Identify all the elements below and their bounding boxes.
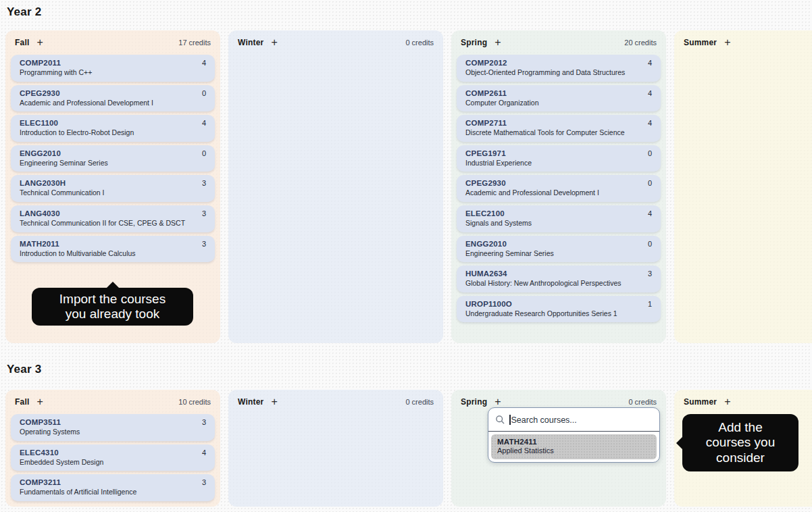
course-code: CPEG1971	[465, 149, 506, 157]
credits-label: 0 credits	[628, 398, 657, 406]
course-card[interactable]: COMP2611 4 Computer Organization	[457, 85, 661, 112]
course-name: Technical Communication II for CSE, CPEG…	[20, 219, 206, 228]
course-code: CPEG2930	[465, 179, 506, 187]
course-search-dropdown: MATH2411 Applied Statistics	[488, 407, 660, 463]
course-card[interactable]: ENGG2010 0 Engineering Seminar Series	[457, 236, 661, 263]
course-planner-board: Year 2 Fall + 17 credits COMP2011 4 Prog…	[0, 0, 812, 512]
course-search-row	[488, 408, 659, 432]
semester-header: Summer +	[679, 396, 812, 408]
course-credits: 4	[648, 119, 652, 127]
course-code: HUMA2634	[465, 270, 507, 278]
course-credits: 0	[202, 149, 206, 157]
course-credits: 3	[202, 478, 206, 486]
course-credits: 3	[202, 240, 206, 248]
course-code: COMP2611	[465, 89, 507, 97]
course-code: COMP3511	[20, 418, 61, 426]
credits-label: 17 credits	[178, 39, 211, 47]
credits-label: 20 credits	[624, 39, 657, 47]
course-credits: 3	[202, 209, 206, 217]
course-credits: 4	[648, 89, 652, 97]
course-card[interactable]: HUMA2634 3 Global History: New Anthropol…	[457, 265, 661, 292]
course-code: UROP1100O	[465, 300, 512, 308]
result-course-name: Applied Statistics	[497, 446, 651, 455]
course-card[interactable]: ELEC2100 4 Signals and Systems	[457, 205, 661, 232]
course-card[interactable]: LANG4030 3 Technical Communication II fo…	[11, 205, 215, 232]
search-results-list: MATH2411 Applied Statistics	[488, 434, 659, 459]
import-courses-tooltip: Import the courses you already took	[32, 288, 193, 326]
course-code: LANG4030	[20, 209, 60, 217]
course-name: Introduction to Multivariable Calculus	[20, 249, 206, 258]
course-code: MATH2011	[20, 240, 59, 248]
semester-column-spring: Spring + 20 credits COMP2012 4 Object-Or…	[451, 30, 666, 343]
course-name: Global History: New Anthropological Pers…	[465, 279, 652, 288]
course-name: Object-Oriented Programming and Data Str…	[465, 68, 652, 77]
add-course-button[interactable]: +	[724, 397, 730, 407]
course-card[interactable]: ELEC1100 4 Introduction to Electro-Robot…	[11, 115, 215, 142]
semester-header: Spring + 20 credits	[456, 36, 661, 49]
add-course-button[interactable]: +	[494, 397, 501, 407]
course-name: Undergraduate Research Opportunities Ser…	[465, 309, 652, 318]
course-card[interactable]: COMP3511 3 Operating Systems	[11, 414, 215, 441]
course-credits: 3	[202, 418, 206, 426]
semester-header: Winter + 0 credits	[233, 396, 438, 408]
course-card[interactable]: UROP1100O 1 Undergraduate Research Oppor…	[457, 296, 661, 323]
semester-header: Winter + 0 credits	[233, 36, 438, 49]
course-card[interactable]: ENGG2010 0 Engineering Seminar Series	[11, 145, 215, 172]
course-credits: 0	[202, 89, 206, 97]
semester-column-winter: Winter + 0 credits	[228, 30, 443, 343]
course-name: Computer Organization	[465, 99, 652, 107]
course-card[interactable]: LANG2030H 3 Technical Communication I	[11, 175, 215, 202]
add-course-button[interactable]: +	[494, 38, 501, 47]
semester-label: Spring	[461, 38, 487, 47]
course-credits: 4	[648, 59, 652, 67]
search-result-item[interactable]: MATH2411 Applied Statistics	[491, 434, 657, 459]
course-code: COMP3211	[20, 478, 61, 486]
course-name: Academic and Professional Development I	[465, 188, 652, 197]
course-credits: 0	[648, 149, 652, 157]
add-course-button[interactable]: +	[271, 397, 277, 407]
semester-header: Summer +	[679, 36, 812, 49]
course-name: Engineering Seminar Series	[20, 159, 206, 168]
add-course-button[interactable]: +	[724, 38, 730, 47]
text-cursor	[509, 415, 511, 425]
credits-label: 0 credits	[405, 39, 434, 47]
course-card[interactable]: COMP2011 4 Programming with C++	[11, 55, 215, 82]
course-code: ENGG2010	[465, 240, 507, 248]
course-name: Academic and Professional Development I	[20, 99, 206, 107]
course-code: COMP2012	[465, 59, 507, 67]
course-card[interactable]: CPEG1971 0 Industrial Experience	[457, 145, 661, 172]
course-credits: 4	[202, 59, 206, 67]
course-code: LANG2030H	[20, 179, 66, 187]
add-course-button[interactable]: +	[36, 38, 43, 47]
course-card[interactable]: CPEG2930 0 Academic and Professional Dev…	[11, 85, 215, 112]
course-card[interactable]: MATH2011 3 Introduction to Multivariable…	[11, 236, 215, 263]
course-name: Technical Communication I	[20, 188, 206, 197]
course-code: ELEC1100	[20, 119, 58, 127]
course-card[interactable]: COMP2711 4 Discrete Mathematical Tools f…	[457, 115, 661, 142]
add-course-button[interactable]: +	[36, 397, 43, 407]
course-list: COMP2011 4 Programming with C++ CPEG2930…	[10, 55, 215, 262]
course-name: Programming with C++	[20, 68, 206, 77]
course-credits: 4	[202, 119, 206, 127]
course-list: COMP3511 3 Operating Systems ELEC4310 4 …	[10, 414, 215, 501]
search-courses-input[interactable]	[511, 415, 653, 425]
import-courses-tooltip-text: Import the courses you already took	[48, 292, 177, 322]
credits-label: 10 credits	[178, 398, 211, 406]
course-card[interactable]: CPEG2930 0 Academic and Professional Dev…	[457, 175, 661, 202]
course-code: COMP2711	[465, 119, 507, 127]
course-credits: 4	[648, 209, 652, 217]
semester-label: Summer	[684, 38, 717, 47]
course-name: Operating Systems	[20, 428, 206, 436]
course-card[interactable]: COMP2012 4 Object-Oriented Programming a…	[457, 55, 661, 82]
search-icon	[495, 415, 505, 425]
course-code: ENGG2010	[20, 149, 61, 157]
course-card[interactable]: COMP3211 3 Fundamentals of Artificial In…	[11, 474, 215, 501]
semester-label: Summer	[684, 397, 717, 407]
add-course-button[interactable]: +	[271, 38, 277, 47]
semester-header: Fall + 17 credits	[10, 36, 215, 49]
course-card[interactable]: ELEC4310 4 Embedded System Design	[11, 444, 215, 471]
add-courses-tooltip-text: Add the courses you consider	[700, 420, 781, 465]
add-courses-tooltip: Add the courses you consider	[682, 414, 798, 471]
semester-label: Winter	[238, 38, 263, 47]
course-name: Introduction to Electro-Robot Design	[20, 128, 206, 137]
